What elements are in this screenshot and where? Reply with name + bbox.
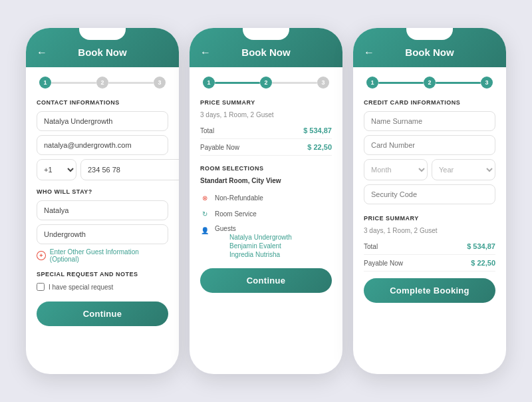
add-guest-icon: + bbox=[37, 251, 46, 260]
total-amount-2: $ 534,87 bbox=[303, 126, 332, 134]
back-arrow-2[interactable]: ← bbox=[200, 47, 211, 59]
special-checkbox[interactable] bbox=[37, 283, 45, 291]
step-indicator-1: 1 2 3 bbox=[37, 77, 168, 89]
total-row-2: Total $ 534,87 bbox=[200, 122, 332, 139]
complete-booking-button[interactable]: Complete Booking bbox=[364, 278, 495, 303]
payable-label-3: Payable Now bbox=[364, 260, 403, 267]
step-dot-1-2: 2 bbox=[96, 77, 108, 89]
expiry-row: Month Year bbox=[364, 159, 495, 180]
payable-amount-3: $ 22,50 bbox=[471, 259, 495, 267]
phone-title-1: Book Now bbox=[78, 47, 126, 58]
step-line-1-2 bbox=[108, 82, 154, 84]
phone-2: ← Book Now 1 2 3 PRICE SUMMARY 3 days, 1… bbox=[190, 28, 342, 374]
price-desc-3: 3 days, 1 Room, 2 Guset bbox=[364, 227, 495, 234]
guests-icon: 👤 bbox=[200, 226, 209, 235]
total-row-3: Total $ 534,87 bbox=[364, 238, 495, 255]
step-line-1-1 bbox=[51, 82, 96, 84]
step-dot-2-1: 1 bbox=[203, 77, 215, 89]
year-select[interactable]: Year bbox=[432, 159, 495, 180]
step-dot-2-2: 2 bbox=[260, 77, 272, 89]
non-refundable-icon: ⊗ bbox=[200, 193, 209, 202]
continue-button-1[interactable]: Continue bbox=[37, 302, 168, 326]
price-summary-label-3: PRICE SUMMARY bbox=[364, 215, 495, 222]
add-guest-link[interactable]: + Enter Other Guest Information (Optiona… bbox=[37, 248, 168, 263]
payable-amount-2: $ 22,50 bbox=[307, 143, 332, 151]
name-input[interactable] bbox=[37, 111, 168, 131]
continue-button-2[interactable]: Continue bbox=[200, 268, 332, 293]
step-dot-3-3: 3 bbox=[481, 77, 493, 89]
credit-card-label: CREDIT CARD INFORMATIONS bbox=[364, 99, 495, 106]
month-select[interactable]: Month bbox=[364, 159, 428, 180]
who-stay-label: WHO WILL STAY? bbox=[37, 188, 168, 195]
step-dot-2-3: 3 bbox=[317, 77, 329, 89]
room-name: Standart Room, City View bbox=[200, 177, 332, 184]
room-selections-label: ROOM SELECTIONS bbox=[200, 165, 332, 172]
step-dot-1-3: 3 bbox=[154, 77, 166, 89]
phone-body-1: 1 2 3 CONTACT INFORMATIONS +1 WHO WILL S… bbox=[26, 67, 179, 374]
guests-item: 👤 Guests Natalya Undergrowth Benjamin Ev… bbox=[200, 222, 332, 262]
phone-notch-2 bbox=[243, 28, 289, 40]
total-amount-3: $ 534,87 bbox=[467, 242, 495, 250]
step-line-2-2 bbox=[272, 82, 317, 84]
special-checkbox-label: I have special request bbox=[49, 284, 113, 291]
phone-notch-3 bbox=[406, 28, 453, 40]
non-refundable-text: Non-Refundable bbox=[215, 194, 263, 202]
guest-1: Natalya Undergrowth bbox=[229, 234, 292, 241]
back-arrow-3[interactable]: ← bbox=[364, 47, 374, 59]
price-desc-2: 3 days, 1 Room, 2 Guset bbox=[200, 111, 332, 118]
room-service-icon: ↻ bbox=[200, 209, 209, 218]
step-dot-3-1: 1 bbox=[366, 77, 378, 89]
security-code-input[interactable] bbox=[364, 184, 495, 204]
payable-label-2: Payable Now bbox=[200, 144, 239, 151]
payable-row-2: Payable Now $ 22,50 bbox=[200, 139, 332, 156]
guest-3: Ingredia Nutrisha bbox=[229, 251, 292, 258]
phone-body-3: 1 2 3 CREDIT CARD INFORMATIONS Month Yea… bbox=[353, 67, 506, 374]
guests-info: Guests Natalya Undergrowth Benjamin Eval… bbox=[215, 225, 292, 258]
step-line-2-1 bbox=[215, 82, 260, 84]
step-line-3-1 bbox=[378, 82, 424, 84]
phone-3: ← Book Now 1 2 3 CREDIT CARD INFORMATION… bbox=[353, 28, 506, 374]
special-checkbox-row: I have special request bbox=[37, 283, 168, 291]
back-arrow-1[interactable]: ← bbox=[37, 47, 47, 59]
room-service-item: ↻ Room Service bbox=[200, 206, 332, 222]
total-label-2: Total bbox=[200, 127, 214, 134]
cardholder-name-input[interactable] bbox=[364, 111, 495, 131]
guest-2: Benjamin Evalent bbox=[229, 242, 292, 250]
step-indicator-3: 1 2 3 bbox=[364, 77, 495, 89]
add-guest-text: Enter Other Guest Information (Optional) bbox=[50, 248, 168, 263]
phone-number-input[interactable] bbox=[80, 159, 179, 180]
phone-1: ← Book Now 1 2 3 CONTACT INFORMATIONS +1 bbox=[26, 28, 179, 374]
first-name-input[interactable] bbox=[37, 200, 168, 220]
special-label: SPECIAL REQUEST AND NOTES bbox=[37, 271, 168, 278]
phone-title-2: Book Now bbox=[241, 47, 290, 58]
payable-row-3: Payable Now $ 22,50 bbox=[364, 255, 495, 272]
total-label-3: Total bbox=[364, 243, 378, 250]
phone-row: +1 bbox=[37, 159, 168, 180]
step-dot-3-2: 2 bbox=[424, 77, 436, 89]
country-code-select[interactable]: +1 bbox=[37, 159, 76, 180]
phones-container: ← Book Now 1 2 3 CONTACT INFORMATIONS +1 bbox=[26, 28, 506, 374]
step-line-3-2 bbox=[436, 82, 481, 84]
phone-title-3: Book Now bbox=[405, 47, 454, 58]
room-service-text: Room Service bbox=[215, 210, 257, 218]
phone-body-2: 1 2 3 PRICE SUMMARY 3 days, 1 Room, 2 Gu… bbox=[190, 67, 342, 374]
non-refundable-item: ⊗ Non-Refundable bbox=[200, 190, 332, 206]
price-summary-label-2: PRICE SUMMARY bbox=[200, 99, 332, 106]
email-input[interactable] bbox=[37, 135, 168, 155]
contact-label: CONTACT INFORMATIONS bbox=[37, 99, 168, 106]
step-dot-1-1: 1 bbox=[39, 77, 51, 89]
last-name-input[interactable] bbox=[37, 224, 168, 244]
phone-notch-1 bbox=[79, 28, 126, 40]
card-number-input[interactable] bbox=[364, 135, 495, 155]
step-indicator-2: 1 2 3 bbox=[200, 77, 332, 89]
guests-list: Natalya Undergrowth Benjamin Evalent Ing… bbox=[215, 234, 292, 258]
guests-label: Guests bbox=[215, 225, 236, 232]
